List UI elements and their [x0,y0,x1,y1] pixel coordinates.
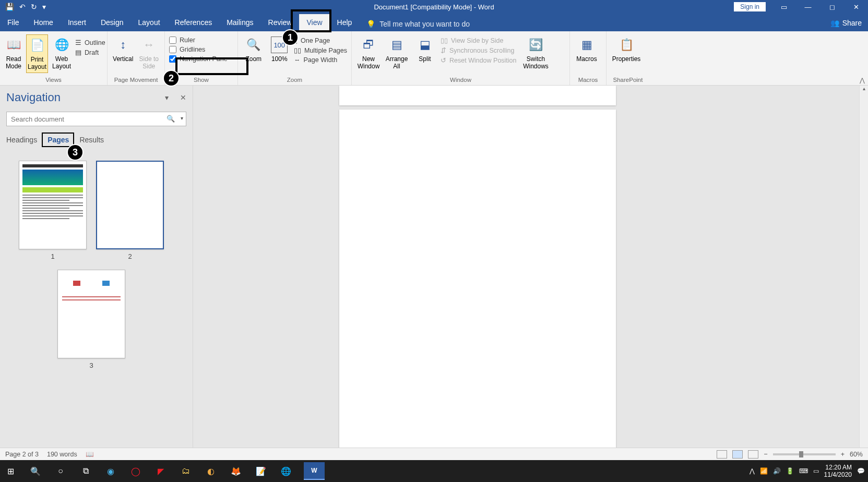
macros-group-label: Macros [574,77,602,84]
switch-windows-label: Switch Windows [521,55,551,70]
nav-options-icon[interactable]: ▾ [165,93,169,102]
one-page-button[interactable]: ▯One Page [294,37,347,44]
ruler-checkbox[interactable]: Ruler [169,37,228,44]
web-layout-button[interactable]: 🌐 Web Layout [51,34,72,72]
collapse-ribbon-icon[interactable]: ⋀ [860,77,865,84]
thumbnail-page-2[interactable] [96,161,164,249]
vertical-scrollbar[interactable]: ▴ [859,86,868,477]
page-width-icon: ↔ [294,56,301,64]
signin-button[interactable]: Sign in [734,2,766,11]
arrange-all-button[interactable]: ▤ Arrange All [384,34,409,72]
tab-review[interactable]: Review [261,14,300,31]
read-view-icon[interactable] [717,450,727,459]
thumbnail-page-3[interactable] [57,270,125,358]
status-page[interactable]: Page 2 of 3 [5,451,39,458]
status-words[interactable]: 190 words [47,451,77,458]
new-window-button[interactable]: 🗗 New Window [356,34,381,72]
nav-close-icon[interactable]: ✕ [180,93,186,102]
vertical-button[interactable]: ↕ Vertical [112,34,135,65]
status-spellcheck-icon[interactable]: 📖 [86,450,94,458]
app-icon[interactable]: ◐ [204,464,218,478]
macros-button[interactable]: ▦ Macros [574,34,599,65]
side-to-side-button[interactable]: ↔ Side to Side [138,34,161,72]
tab-help[interactable]: Help [330,14,360,31]
multiple-pages-button[interactable]: ▯▯Multiple Pages [294,46,347,54]
split-button[interactable]: ⬓ Split [412,34,437,65]
synchronous-scrolling-button[interactable]: ⇵Synchronous Scrolling [441,46,517,54]
tray-speaker-icon[interactable]: 🔊 [773,467,781,475]
tray-battery-icon[interactable]: 🔋 [786,467,794,475]
zoom-slider[interactable] [773,453,836,455]
new-window-label: New Window [357,55,380,70]
tray-input-icon[interactable]: ⌨ [799,467,808,475]
chrome-icon[interactable]: 🌐 [279,464,293,478]
close-icon[interactable]: ✕ [844,0,868,14]
system-clock[interactable]: 12:20 AM 11/4/2020 [824,464,852,479]
tab-references[interactable]: References [168,14,220,31]
scroll-up-icon[interactable]: ▴ [860,86,868,94]
search-dropdown-icon[interactable]: ▾ [181,115,183,121]
tab-insert[interactable]: Insert [61,14,93,31]
ruler-label: Ruler [180,37,195,44]
firefox-icon[interactable]: 🦊 [229,464,243,478]
navigation-pane-label: Navigation Pane [180,55,228,63]
tray-network-icon[interactable]: 📶 [760,467,768,475]
tab-view[interactable]: View [299,14,329,31]
adobe-icon[interactable]: ◤ [153,464,168,478]
thumbnail-page-1[interactable] [19,161,87,249]
qat-dropdown-icon[interactable]: ▾ [42,3,46,11]
tray-notifications-icon[interactable]: 💬 [857,467,865,475]
tray-expand-icon[interactable]: ⋀ [750,467,755,475]
tray-keyboard-icon[interactable]: ▭ [813,467,819,475]
page-number-1: 1 [51,252,54,260]
tab-home[interactable]: Home [27,14,61,31]
ribbon-display-icon[interactable]: ▭ [772,0,796,14]
share-button[interactable]: 👥 Share [830,19,862,27]
search-icon[interactable]: 🔍 [167,115,175,123]
print-layout-button[interactable]: 📄 Print Layout [26,34,48,73]
tell-me-search[interactable]: 💡 Tell me what you want to do [359,20,477,31]
switch-windows-button[interactable]: 🔄 Switch Windows [520,34,552,72]
word-taskbar-icon[interactable]: W [304,462,325,480]
zoom-out-icon[interactable]: − [764,451,767,458]
zoom-level[interactable]: 60% [850,451,863,458]
maximize-icon[interactable]: ◻ [820,0,844,14]
web-view-icon[interactable] [748,450,758,459]
taskbar-search-icon[interactable]: 🔍 [28,464,43,478]
draft-button[interactable]: ▤Draft [75,49,105,56]
zoom-in-icon[interactable]: + [841,451,845,458]
status-bar: Page 2 of 3 190 words 📖 − + 60% [0,448,868,460]
nav-tab-headings[interactable]: Headings [6,136,37,146]
read-mode-button[interactable]: 📖 Read Mode [4,34,23,72]
print-view-icon[interactable] [732,450,743,459]
undo-icon[interactable]: ↶ [19,3,26,11]
search-document-input[interactable] [6,112,186,126]
cortana-icon[interactable]: ○ [53,464,68,478]
document-page-prev-bottom[interactable] [339,86,616,105]
save-icon[interactable]: 💾 [5,3,14,11]
properties-button[interactable]: 📋 Properties [611,34,642,65]
view-side-by-side-button[interactable]: ▯▯View Side by Side [441,37,517,44]
notepad-icon[interactable]: 📝 [254,464,268,478]
tab-layout[interactable]: Layout [131,14,168,31]
redo-icon[interactable]: ↻ [31,3,37,11]
opera-icon[interactable]: ◯ [128,464,143,478]
reset-window-position-button[interactable]: ↺Reset Window Position [441,56,517,64]
zoom-button[interactable]: 🔍 Zoom [242,34,265,65]
minimize-icon[interactable]: — [796,0,820,14]
page-width-button[interactable]: ↔Page Width [294,56,347,64]
gridlines-checkbox[interactable]: Gridlines [169,46,228,53]
tab-file[interactable]: File [0,14,27,31]
tab-mailings[interactable]: Mailings [219,14,260,31]
task-view-icon[interactable]: ⧉ [78,464,93,478]
start-button-icon[interactable]: ⊞ [3,464,18,478]
tab-design[interactable]: Design [93,14,131,31]
outline-button[interactable]: ☰Outline [75,39,105,46]
navigation-pane-checkbox[interactable]: Navigation Pane [169,55,228,63]
share-label: Share [842,19,862,27]
edge-icon[interactable]: ◉ [103,464,118,478]
nav-tab-pages[interactable]: Pages [47,136,69,146]
explorer-icon[interactable]: 🗂 [179,464,193,478]
document-page[interactable] [339,110,616,475]
nav-tab-results[interactable]: Results [79,136,104,146]
